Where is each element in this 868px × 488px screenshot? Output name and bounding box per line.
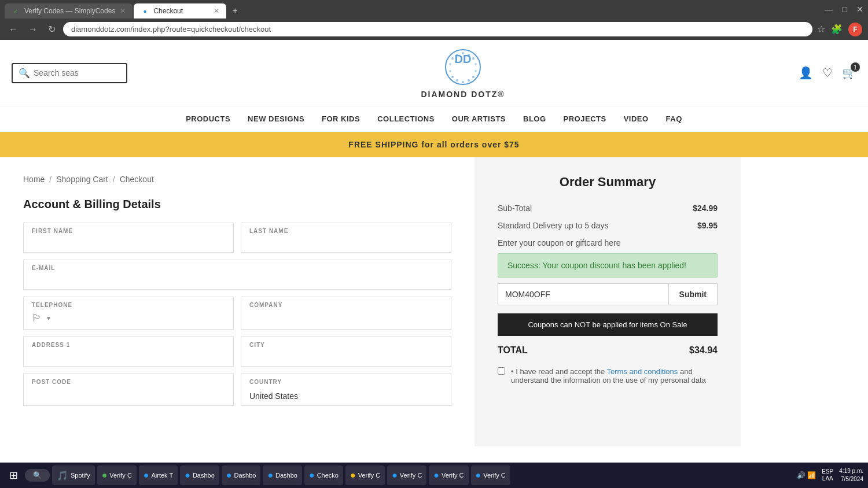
svg-point-3 (456, 54, 458, 56)
success-banner: Success: Your coupon discount has been a… (498, 253, 718, 278)
terms-link[interactable]: Terms and conditions (606, 367, 678, 376)
nav-projects[interactable]: PROJECTS (564, 114, 606, 123)
breadcrumb: Home / Shopping Cart / Checkout (23, 175, 451, 184)
tab-checkout[interactable]: ● Checkout ✕ (134, 3, 226, 19)
profile-icon[interactable]: F (848, 23, 862, 36)
url-bar[interactable]: diamonddotz.com/index.php?route=quickche… (63, 22, 812, 36)
bookmark-icon[interactable]: ☆ (817, 24, 825, 35)
left-panel: Home / Shopping Cart / Checkout Account … (0, 157, 475, 446)
account-icon[interactable]: 👤 (799, 66, 813, 80)
maximize-button[interactable]: □ (843, 5, 847, 14)
wishlist-icon[interactable]: ♡ (822, 66, 833, 80)
tab-close-2[interactable]: ✕ (214, 7, 219, 15)
address1-label: ADDRESS 1 (32, 342, 70, 348)
new-tab-button[interactable]: + (227, 3, 242, 19)
svg-point-15 (468, 79, 470, 82)
tab-verify-codes[interactable]: ✓ Verify Codes — SimplyCodes ✕ (5, 3, 133, 19)
subtotal-row: Sub-Total $24.99 (498, 204, 718, 213)
total-value: $34.94 (689, 345, 718, 356)
last-name-label: LAST NAME (249, 228, 288, 234)
telephone-field[interactable]: TELEPHONE 🏳 ▼ (23, 297, 234, 330)
email-row: E-MAIL (23, 260, 451, 290)
billing-section-title: Account & Billing Details (23, 198, 451, 211)
coupon-notice-text: Coupons can NOT be applied for items On … (528, 320, 687, 329)
company-label: COMPANY (249, 302, 282, 308)
coupon-submit-button[interactable]: Submit (669, 283, 718, 305)
subtotal-label: Sub-Total (498, 204, 532, 213)
country-field[interactable]: COUNTRY United States (241, 374, 451, 406)
header-icons: 👤 ♡ 🛒 1 (799, 66, 856, 80)
search-bar[interactable]: 🔍 (12, 63, 127, 83)
search-icon: 🔍 (19, 68, 30, 79)
email-label: E-MAIL (32, 265, 55, 271)
tel-dropdown-arrow[interactable]: ▼ (46, 315, 52, 321)
delivery-value: $9.95 (697, 221, 718, 230)
order-summary-title: Order Summary (498, 175, 718, 190)
post-code-label: POST CODE (32, 379, 71, 385)
svg-point-10 (475, 70, 477, 72)
toolbar-icons: ☆ 🧩 F (817, 23, 862, 36)
svg-point-4 (462, 52, 464, 54)
breadcrumb-home[interactable]: Home (23, 175, 45, 184)
tab-label-2: Checkout (153, 7, 183, 15)
logo-svg: DD (440, 47, 486, 87)
browser-tabs: ✓ Verify Codes — SimplyCodes ✕ ● Checkou… (0, 0, 868, 19)
first-name-label: FIRST NAME (32, 228, 73, 234)
telephone-label: TELEPHONE (32, 302, 72, 308)
company-input[interactable] (249, 308, 443, 321)
email-input[interactable] (32, 271, 443, 284)
nav-video[interactable]: VIDEO (624, 114, 649, 123)
city-field[interactable]: CITY (241, 337, 451, 367)
close-window-button[interactable]: ✕ (856, 5, 863, 14)
tab-label-1: Verify Codes — SimplyCodes (24, 7, 115, 15)
refresh-button[interactable]: ↻ (45, 23, 58, 36)
breadcrumb-sep-2: / (113, 175, 115, 184)
first-name-field[interactable]: FIRST NAME (23, 223, 234, 253)
site-header: 🔍 DD DIAMOND DOTZ® 👤 ♡ 🛒 (0, 40, 868, 106)
email-field[interactable]: E-MAIL (23, 260, 451, 290)
breadcrumb-sep-1: / (49, 175, 52, 184)
breadcrumb-shopping-cart[interactable]: Shopping Cart (56, 175, 108, 184)
promo-text: FREE SHIPPING for all orders over $75 (348, 140, 519, 149)
nav-faq[interactable]: FAQ (666, 114, 682, 123)
nav-our-artists[interactable]: OUR ARTISTS (452, 114, 506, 123)
last-name-field[interactable]: LAST NAME (241, 223, 451, 253)
browser-toolbar: ← → ↻ diamonddotz.com/index.php?route=qu… (0, 19, 868, 40)
post-code-field[interactable]: POST CODE (23, 374, 234, 406)
extension-icon[interactable]: 🧩 (831, 24, 843, 35)
tab-close-1[interactable]: ✕ (120, 7, 126, 15)
post-code-input[interactable] (32, 385, 225, 398)
nav-products[interactable]: PRODUCTS (186, 114, 230, 123)
cart-icon[interactable]: 🛒 1 (842, 66, 856, 80)
address1-field[interactable]: ADDRESS 1 (23, 337, 234, 367)
nav-for-kids[interactable]: FOR KIDS (322, 114, 360, 123)
cart-count-badge: 1 (851, 62, 860, 72)
nav-blog[interactable]: BLOG (523, 114, 546, 123)
company-field[interactable]: COMPANY (241, 297, 451, 330)
logo-area: DD DIAMOND DOTZ® (421, 47, 505, 99)
minimize-button[interactable]: — (825, 5, 833, 14)
search-input[interactable] (34, 68, 109, 77)
svg-point-5 (468, 54, 470, 56)
success-message: Success: Your coupon discount has been a… (507, 261, 686, 270)
forward-button[interactable]: → (25, 23, 41, 36)
coupon-input[interactable] (498, 283, 669, 305)
nav-new-designs[interactable]: NEW DESIGNS (248, 114, 304, 123)
right-panel: Order Summary Sub-Total $24.99 Standard … (475, 157, 741, 446)
terms-checkbox[interactable] (498, 367, 505, 375)
back-button[interactable]: ← (6, 23, 21, 36)
window-controls[interactable]: — □ ✕ (825, 5, 863, 17)
svg-point-11 (451, 76, 454, 78)
coupon-prompt: Enter your coupon or giftcard here (498, 238, 718, 247)
svg-point-8 (475, 63, 477, 65)
browser-chrome: ✓ Verify Codes — SimplyCodes ✕ ● Checkou… (0, 0, 868, 40)
terms-text: • I have read and accept the Terms and c… (511, 367, 718, 385)
last-name-input[interactable] (249, 234, 443, 247)
first-name-input[interactable] (32, 234, 225, 247)
city-input[interactable] (249, 347, 443, 361)
url-text: diamonddotz.com/index.php?route=quickche… (71, 25, 804, 34)
delivery-label: Standard Delivery up to 5 days (498, 221, 608, 230)
address1-input[interactable] (32, 347, 225, 361)
nav-collections[interactable]: COLLECTIONS (377, 114, 435, 123)
tel-company-row: TELEPHONE 🏳 ▼ COMPANY (23, 297, 451, 330)
